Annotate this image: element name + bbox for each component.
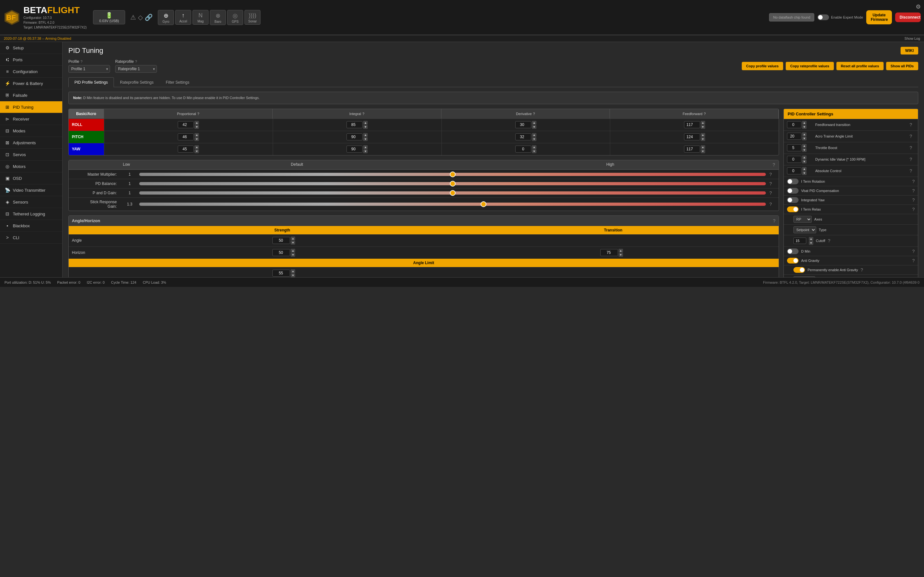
pid-yaw-derivative-up[interactable]: ▲ xyxy=(532,145,536,149)
horizon-transition-field[interactable] xyxy=(600,249,618,256)
pid-roll-derivative-field[interactable] xyxy=(515,121,531,128)
pid-roll-proportional-up[interactable]: ▲ xyxy=(194,121,199,125)
integrated-yaw-toggle[interactable] xyxy=(787,197,798,203)
pid-roll-derivative-up[interactable]: ▲ xyxy=(532,121,536,125)
proportional-help-icon[interactable]: ? xyxy=(197,112,199,116)
pid-roll-feedforward-up[interactable]: ▲ xyxy=(701,121,705,125)
sidebar-item-adjustments[interactable]: ⊠ Adjustments xyxy=(0,137,62,149)
sidebar-item-modes[interactable]: ⊟ Modes xyxy=(0,125,62,137)
sidebar-item-sensors[interactable]: ◈ Sensors xyxy=(0,196,62,208)
vbat-toggle[interactable] xyxy=(787,188,798,193)
copy-rateprofile-button[interactable]: Copy rateprofile values xyxy=(786,62,834,70)
acro-trainer-field[interactable] xyxy=(787,133,801,140)
slider-pd-gain-input[interactable] xyxy=(139,191,766,195)
sensor-gyro[interactable]: ⊕ Gyro xyxy=(158,10,174,25)
sidebar-item-receiver[interactable]: ⊳ Receiver xyxy=(0,113,62,125)
permanently-anti-gravity-toggle[interactable] xyxy=(793,267,805,273)
iterm-relax-cutoff-field[interactable] xyxy=(793,237,806,244)
angle-section-help-icon[interactable]: ? xyxy=(773,218,775,223)
iterm-relax-cutoff-down[interactable]: ▼ xyxy=(809,241,813,245)
feedforward-transition-up[interactable]: ▲ xyxy=(802,121,806,125)
horizon-transition-down[interactable]: ▼ xyxy=(619,253,623,257)
d-min-help-icon[interactable]: ? xyxy=(912,249,915,254)
feedforward-transition-field[interactable] xyxy=(787,121,801,128)
horizon-strength-field[interactable] xyxy=(272,249,290,256)
dynamic-idle-up[interactable]: ▲ xyxy=(802,155,806,159)
pid-pitch-integral-down[interactable]: ▼ xyxy=(363,137,368,141)
anti-gravity-help-icon[interactable]: ? xyxy=(912,258,915,263)
throttle-boost-help-icon[interactable]: ? xyxy=(907,145,915,150)
disconnect-button[interactable]: Disconnect xyxy=(895,13,921,22)
slider-stick-response-help[interactable]: ? xyxy=(766,201,775,207)
tab-rateprofile[interactable]: Rateprofile Settings xyxy=(114,77,160,87)
angle-limit-up[interactable]: ▲ xyxy=(291,269,295,273)
sidebar-item-failsafe[interactable]: ⛨ Failsafe xyxy=(0,89,62,101)
pid-roll-proportional-field[interactable] xyxy=(178,121,194,128)
update-firmware-button[interactable]: Update Firmware xyxy=(866,10,892,24)
rateprofile-help-icon[interactable]: ? xyxy=(135,60,137,63)
pid-yaw-proportional-up[interactable]: ▲ xyxy=(194,145,199,149)
feedforward-transition-help-icon[interactable]: ? xyxy=(907,122,915,127)
slider-pd-gain-help[interactable]: ? xyxy=(766,190,775,195)
sidebar-item-tethered-logging[interactable]: ⊟ Tethered Logging xyxy=(0,208,62,220)
warning-icon[interactable]: ⚠ xyxy=(130,13,136,21)
sidebar-item-pid-tuning[interactable]: ⊞ PID Tuning xyxy=(0,101,62,113)
vbat-help-icon[interactable]: ? xyxy=(912,188,915,193)
sidebar-item-configuration[interactable]: ≡ Configuration xyxy=(0,66,62,77)
horizon-transition-up[interactable]: ▲ xyxy=(619,249,623,253)
pid-yaw-feedforward-up[interactable]: ▲ xyxy=(701,145,705,149)
show-log-button[interactable]: Show Log xyxy=(905,37,920,40)
feedforward-transition-down[interactable]: ▼ xyxy=(802,125,806,129)
dynamic-idle-field[interactable] xyxy=(787,156,801,163)
rateprofile-select[interactable]: Rateprofile 1 Rateprofile 2 Rateprofile … xyxy=(115,65,157,73)
angle-strength-down[interactable]: ▼ xyxy=(291,241,295,245)
pid-yaw-feedforward-down[interactable]: ▼ xyxy=(701,149,705,153)
d-min-toggle[interactable] xyxy=(787,248,798,254)
sliders-help-icon[interactable]: ? xyxy=(772,162,775,167)
absolute-control-up[interactable]: ▲ xyxy=(802,167,806,171)
angle-strength-up[interactable]: ▲ xyxy=(291,237,295,240)
iterm-rotation-help-icon[interactable]: ? xyxy=(912,179,915,184)
anti-gravity-toggle[interactable] xyxy=(787,258,798,263)
sensor-baro[interactable]: ⊗ Baro xyxy=(210,10,226,25)
pid-roll-feedforward-field[interactable] xyxy=(684,121,700,128)
slider-stick-response-input[interactable] xyxy=(139,203,766,206)
pid-yaw-proportional-field[interactable] xyxy=(178,145,194,153)
pid-pitch-integral-field[interactable] xyxy=(347,133,363,140)
anti-gravity-mode-select[interactable]: SmoothStep xyxy=(793,276,815,277)
iterm-relax-type-select[interactable]: SetpointGyrate xyxy=(793,226,816,234)
pid-yaw-derivative-down[interactable]: ▼ xyxy=(532,149,536,153)
iterm-rotation-toggle[interactable] xyxy=(787,179,798,184)
tab-filter[interactable]: Filter Settings xyxy=(160,77,195,87)
reset-profile-button[interactable]: Reset all profile values xyxy=(837,62,884,70)
sidebar-item-video-transmitter[interactable]: 📡 Video Transmitter xyxy=(0,184,62,196)
sidebar-item-motors[interactable]: ◎ Motors xyxy=(0,161,62,172)
pid-pitch-proportional-field[interactable] xyxy=(178,133,194,140)
show-all-pids-button[interactable]: Show all PIDs xyxy=(886,62,918,70)
wiki-button[interactable]: WIKI xyxy=(901,47,918,55)
permanently-anti-gravity-help-icon[interactable]: ? xyxy=(861,268,863,272)
pid-roll-integral-field[interactable] xyxy=(347,121,363,128)
link-icon[interactable]: 🔗 xyxy=(145,13,153,21)
iterm-relax-cutoff-up[interactable]: ▲ xyxy=(809,237,813,241)
integrated-yaw-help-icon[interactable]: ? xyxy=(912,197,915,203)
sensor-accel[interactable]: ↑ Accel xyxy=(175,10,191,25)
tab-pid-profile[interactable]: PID Profile Settings xyxy=(68,77,114,87)
pid-pitch-proportional-up[interactable]: ▲ xyxy=(194,133,199,137)
pid-pitch-derivative-down[interactable]: ▼ xyxy=(532,137,536,141)
copy-profile-button[interactable]: Copy profile values xyxy=(742,62,783,70)
pid-roll-integral-down[interactable]: ▼ xyxy=(363,125,368,129)
sidebar-item-blackbox[interactable]: ▪ Blackbox xyxy=(0,220,62,232)
throttle-boost-field[interactable] xyxy=(787,144,801,151)
pid-pitch-feedforward-down[interactable]: ▼ xyxy=(701,137,705,141)
horizon-strength-down[interactable]: ▼ xyxy=(291,253,295,257)
profile-select[interactable]: Profile 1 Profile 2 Profile 3 xyxy=(68,65,110,73)
pid-yaw-feedforward-field[interactable] xyxy=(684,145,700,153)
absolute-control-down[interactable]: ▼ xyxy=(802,171,806,175)
pid-roll-feedforward-down[interactable]: ▼ xyxy=(701,125,705,129)
slider-pd-balance-help[interactable]: ? xyxy=(766,181,775,186)
iterm-relax-axes-select[interactable]: RPRPYNone xyxy=(793,216,812,223)
pid-yaw-proportional-down[interactable]: ▼ xyxy=(194,149,199,153)
sensor-gps[interactable]: ◎ GPS xyxy=(227,10,243,25)
absolute-control-help-icon[interactable]: ? xyxy=(907,168,915,173)
